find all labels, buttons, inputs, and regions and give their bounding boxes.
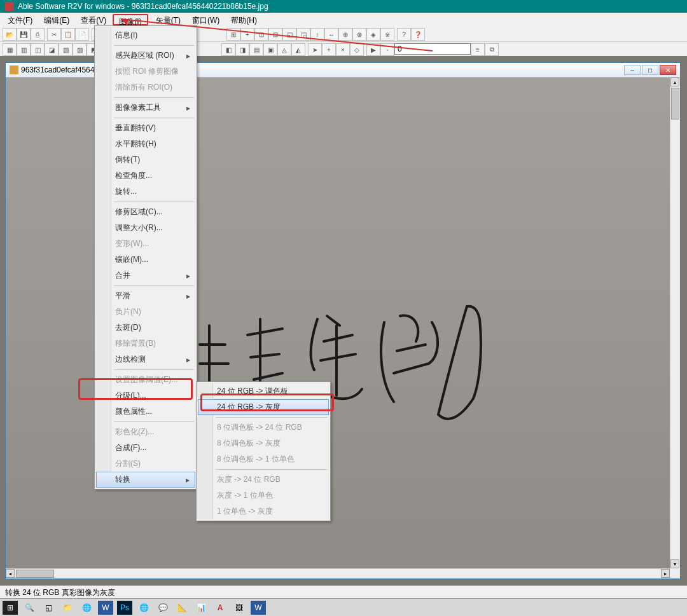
tool-a9[interactable]: ⊕ [338,28,352,41]
menu-item-6[interactable]: 图像像素工具 [96,100,195,116]
tool-a11[interactable]: ◈ [366,28,380,41]
submenu-separator [216,469,328,470]
tool-paste[interactable]: 📄 [75,28,89,41]
menu-item-12[interactable]: 旋转... [96,184,195,200]
taskbar-app4[interactable]: 💬 [155,601,170,615]
tool-f2[interactable]: ⧉ [485,43,499,56]
tool-d3[interactable]: ◇ [350,43,364,56]
horizontal-scroll-thumb[interactable] [16,570,54,578]
taskbar-app6[interactable]: 📊 [193,601,209,615]
menu-item-22[interactable]: 去斑(D) [96,320,195,336]
taskbar-search[interactable]: 🔍 [22,601,37,615]
tool-a12[interactable]: ※ [380,28,394,41]
menu-edit[interactable]: 编辑(E) [39,14,74,25]
menu-item-27[interactable]: 分级(L)... [96,388,195,404]
taskbar-word[interactable]: W [251,601,266,615]
menu-item-21: 负片(N) [96,304,195,320]
taskbar-taskview[interactable]: ◱ [41,601,56,615]
menu-image[interactable]: 图像(I) [113,14,148,25]
doc-maximize-button[interactable]: □ [642,65,658,75]
tool-a10[interactable]: ⊗ [352,28,366,41]
taskbar-app2[interactable]: Ps [117,601,132,615]
taskbar-explorer[interactable]: 📁 [60,601,75,615]
tool-c6[interactable]: ◭ [291,43,305,56]
tool-f1[interactable]: ≡ [471,43,485,56]
doc-icon [10,65,18,74]
tool-e1[interactable]: ◦ [380,43,394,56]
doc-minimize-button[interactable]: – [624,65,641,75]
taskbar-browser[interactable]: 🌐 [79,601,94,615]
menu-item-0[interactable]: 信息(I) [96,27,195,43]
tool-a1[interactable]: ⊞ [226,28,240,41]
menu-item-30: 彩色化(Z)... [96,424,195,440]
menu-vector[interactable]: 矢量(T) [151,14,186,25]
menu-view[interactable]: 查看(V) [76,14,111,25]
taskbar-r2v[interactable]: 🖼 [232,601,247,615]
tool-print[interactable]: ⎙ [31,28,45,41]
tool-cursor[interactable]: ▶ [366,43,380,56]
tool-b4[interactable]: ◪ [45,43,59,56]
menu-item-10[interactable]: 倒转(T) [96,152,195,168]
horizontal-scrollbar[interactable]: ◂ ▸ [6,568,670,578]
tool-open[interactable]: 📂 [3,28,17,41]
taskbar-app3[interactable]: 🌐 [136,601,151,615]
tool-a2[interactable]: + [240,28,254,41]
menu-item-15[interactable]: 调整大小(R)... [96,220,195,236]
menu-file[interactable]: 文件(F) [3,14,38,25]
menu-item-9[interactable]: 水平翻转(H) [96,136,195,152]
scroll-up-button[interactable]: ▴ [670,78,679,86]
menu-item-31[interactable]: 合成(F)... [96,440,195,456]
tool-d1[interactable]: + [322,43,336,56]
tool-a7[interactable]: ↕ [310,28,324,41]
tool-b1[interactable]: ▦ [3,43,17,56]
tool-a8[interactable]: ↔ [324,28,338,41]
tool-c4[interactable]: ▣ [263,43,277,56]
scroll-right-button[interactable]: ▸ [661,569,670,578]
tool-c2[interactable]: ◨ [235,43,249,56]
menu-item-17[interactable]: 镶嵌(M)... [96,252,195,268]
tool-d2[interactable]: × [336,43,350,56]
menu-item-20[interactable]: 平滑 [96,288,195,304]
tool-cut[interactable]: ✂ [47,28,61,41]
tool-a3[interactable]: ⊡ [254,28,268,41]
toolbar-value-input[interactable] [394,43,471,55]
menu-item-24[interactable]: 边线检测 [96,352,195,367]
tool-a6[interactable]: ◲ [296,28,310,41]
menu-item-33[interactable]: 转换 [96,472,195,488]
tool-c3[interactable]: ▤ [249,43,263,56]
tool-c5[interactable]: ◬ [277,43,291,56]
tool-copy[interactable]: 📋 [61,28,75,41]
menu-item-8[interactable]: 垂直翻转(V) [96,120,195,136]
menu-window[interactable]: 窗口(W) [187,14,225,25]
scroll-down-button[interactable]: ▾ [670,559,679,568]
menu-item-14[interactable]: 修剪区域(C)... [96,204,195,220]
tool-b3[interactable]: ◫ [31,43,45,56]
tool-b2[interactable]: ▥ [17,43,31,56]
menu-item-28[interactable]: 颜色属性... [96,404,195,420]
menu-item-11[interactable]: 检查角度... [96,168,195,184]
menu-item-18[interactable]: 合并 [96,268,195,284]
submenu-separator [216,417,328,418]
tool-c1[interactable]: ◧ [221,43,235,56]
tool-help[interactable]: ? [397,28,411,41]
tool-b5[interactable]: ▧ [59,43,73,56]
scroll-left-button[interactable]: ◂ [6,569,15,578]
tool-pointer[interactable]: ➤ [308,43,322,56]
doc-close-button[interactable]: ✕ [660,65,676,75]
menu-item-2[interactable]: 感兴趣区域 (ROI) [96,48,195,64]
tool-a5[interactable]: ◱ [282,28,296,41]
tool-a4[interactable]: ⊟ [268,28,282,41]
taskbar-app5[interactable]: 📐 [174,601,190,615]
taskbar-app7[interactable]: A [212,601,228,615]
menu-separator [114,202,194,202]
taskbar-app1[interactable]: W [98,601,113,615]
tool-save[interactable]: 💾 [17,28,31,41]
start-button[interactable]: ⊞ [3,601,18,615]
submenu-item-0[interactable]: 24 位 RGB -> 调色板 [198,383,329,399]
vertical-scrollbar[interactable]: ▴ ▾ [670,78,680,568]
submenu-item-1[interactable]: 24 位 RGB -> 灰度 [198,399,329,415]
menu-help[interactable]: 帮助(H) [226,14,262,25]
tool-b6[interactable]: ▨ [73,43,87,56]
vertical-scroll-thumb[interactable] [671,88,679,120]
tool-context-help[interactable]: ❓ [411,28,425,41]
